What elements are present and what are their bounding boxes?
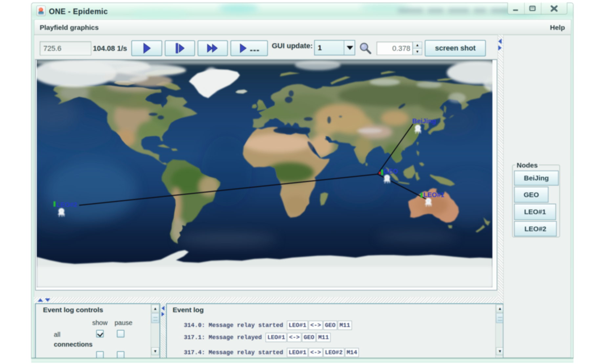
svg-text:LEO#1: LEO#1 <box>423 191 444 198</box>
svg-text:BeiJing: BeiJing <box>412 117 436 125</box>
svg-text:GEO: GEO <box>383 168 398 175</box>
svg-text:LEO#2: LEO#2 <box>56 201 77 208</box>
